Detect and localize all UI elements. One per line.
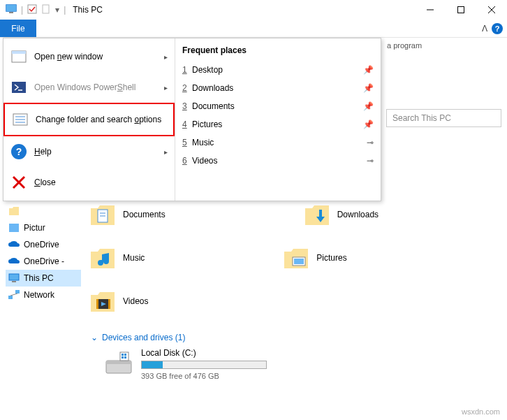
svg-rect-35 [122, 354, 124, 356]
file-menu: Open new window ▸ Open Windows PowerShel… [3, 38, 381, 201]
document-icon[interactable] [41, 4, 51, 16]
folder-documents[interactable]: Documents [91, 203, 166, 226]
svg-rect-38 [124, 356, 126, 359]
menu-label: Help [34, 147, 52, 157]
svg-rect-2 [9, 12, 13, 13]
sidebar-item-network[interactable]: Network [6, 287, 81, 303]
close-button[interactable] [476, 0, 507, 20]
svg-rect-36 [124, 354, 126, 356]
sidebar-item-pictures[interactable]: Pictur [6, 219, 81, 236]
drive-icon [105, 351, 133, 378]
svg-rect-37 [122, 356, 124, 359]
pin-icon[interactable]: 📌 [363, 65, 374, 75]
sidebar-item-onedrive-business[interactable]: OneDrive - [6, 253, 81, 270]
svg-rect-3 [28, 5, 36, 13]
drive-info: Local Disk (C:) 393 GB free of 476 GB [141, 348, 267, 380]
frequent-place-downloads[interactable]: 2Downloads📌 [182, 79, 374, 97]
frequent-place-videos[interactable]: 6Videos⊸ [182, 152, 374, 170]
svg-rect-30 [96, 299, 98, 309]
pin-icon[interactable]: 📌 [363, 120, 374, 129]
drive-usage-bar [141, 361, 267, 369]
frequent-places-header: Frequent places [182, 43, 374, 61]
folder-music[interactable]: Music [91, 246, 145, 270]
window-title: This PC [73, 5, 103, 15]
nav-tree: Pictur OneDrive OneDrive - This PC Netwo… [6, 203, 81, 303]
monitor-icon [8, 273, 20, 284]
documents-icon [91, 203, 115, 226]
svg-rect-4 [43, 5, 49, 13]
menu-label: Open Windows PowerShell [34, 82, 135, 92]
pictures-icon [8, 222, 20, 233]
pin-icon[interactable]: 📌 [363, 101, 374, 111]
svg-rect-31 [108, 299, 110, 309]
cloud-icon [8, 256, 20, 267]
svg-rect-10 [12, 51, 26, 54]
folder-icon [8, 205, 20, 217]
chevron-up-icon[interactable]: ᐱ [482, 24, 487, 34]
powershell-icon [10, 79, 27, 96]
sidebar-item[interactable] [6, 203, 81, 219]
downloads-icon [305, 203, 329, 226]
file-menu-left: Open new window ▸ Open Windows PowerShel… [3, 38, 175, 201]
title-bar: | ▾ | This PC [0, 0, 507, 20]
monitor-icon [6, 3, 17, 17]
new-window-icon [10, 48, 27, 65]
folder-downloads[interactable]: Downloads [305, 203, 379, 226]
quick-access-toolbar: | ▾ | [6, 3, 66, 17]
svg-rect-33 [106, 361, 131, 364]
dropdown-icon[interactable]: ▾ [55, 5, 59, 15]
frequent-place-pictures[interactable]: 4Pictures📌 [182, 115, 374, 133]
menu-open-new-window[interactable]: Open new window ▸ [3, 41, 175, 72]
frequent-place-desktop[interactable]: 1Desktop📌 [182, 61, 374, 79]
minimize-button[interactable] [415, 0, 446, 20]
separator: | [21, 5, 23, 15]
drive-space: 393 GB free of 476 GB [141, 372, 267, 380]
main-content: Documents Downloads Music Pictures Video… [91, 203, 503, 380]
unpin-icon[interactable]: ⊸ [367, 138, 374, 147]
menu-close[interactable]: Close [3, 167, 175, 198]
search-input[interactable]: Search This PC [386, 109, 501, 127]
section-devices-drives[interactable]: ⌄ Devices and drives (1) [91, 333, 503, 342]
checkbox-icon[interactable] [27, 4, 37, 16]
sidebar-item-this-pc[interactable]: This PC [6, 270, 81, 287]
svg-rect-1 [6, 5, 16, 11]
sidebar-item-onedrive[interactable]: OneDrive [6, 236, 81, 253]
menu-powershell[interactable]: Open Windows PowerShell ▸ [3, 72, 175, 103]
menu-change-folder-options[interactable]: Change folder and search options [3, 103, 175, 136]
folder-pictures[interactable]: Pictures [284, 246, 346, 270]
tab-file[interactable]: File [0, 20, 36, 37]
window-controls [415, 0, 507, 20]
svg-rect-28 [294, 259, 304, 264]
chevron-right-icon: ▸ [164, 148, 168, 156]
chevron-right-icon: ▸ [164, 53, 168, 61]
svg-line-23 [10, 294, 17, 296]
svg-rect-18 [9, 224, 19, 232]
cloud-icon [8, 239, 20, 250]
help-icon: ? [10, 143, 27, 160]
help-icon[interactable]: ? [492, 23, 503, 34]
pin-icon[interactable]: 📌 [363, 83, 374, 93]
svg-rect-19 [9, 274, 19, 280]
drive-name: Local Disk (C:) [141, 348, 267, 358]
separator: | [64, 5, 66, 15]
folder-videos[interactable]: Videos [91, 289, 148, 313]
menu-label: Close [34, 178, 56, 187]
pictures-icon [284, 246, 308, 270]
chevron-down-icon[interactable]: ⌄ [91, 333, 98, 342]
close-icon [10, 174, 27, 191]
svg-rect-21 [8, 296, 13, 299]
maximize-button[interactable] [446, 0, 476, 20]
options-icon [12, 111, 29, 128]
menu-label: Open new window [34, 52, 103, 61]
svg-rect-20 [12, 281, 16, 282]
network-icon [8, 289, 20, 300]
svg-rect-22 [15, 290, 20, 294]
menu-help[interactable]: ? Help ▸ [3, 136, 175, 167]
frequent-place-documents[interactable]: 3Documents📌 [182, 97, 374, 115]
music-icon [91, 246, 115, 270]
unpin-icon[interactable]: ⊸ [367, 156, 374, 166]
videos-icon [91, 289, 115, 313]
drive-local-disk-c[interactable]: Local Disk (C:) 393 GB free of 476 GB [105, 348, 503, 380]
frequent-place-music[interactable]: 5Music⊸ [182, 133, 374, 152]
file-menu-right: Frequent places 1Desktop📌 2Downloads📌 3D… [175, 38, 381, 201]
